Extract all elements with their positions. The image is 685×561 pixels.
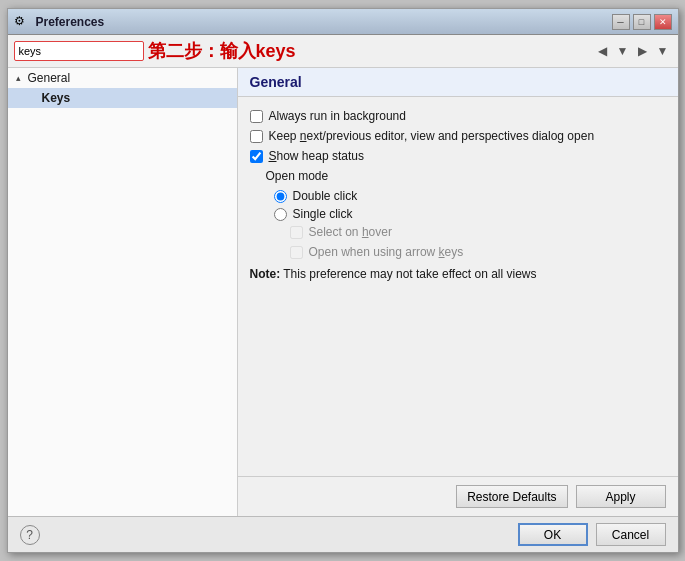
- keep-next-checkbox[interactable]: [250, 130, 263, 143]
- sidebar-item-keys[interactable]: Keys: [8, 88, 237, 108]
- double-click-label: Double click: [293, 189, 358, 203]
- keep-next-label: Keep next/previous editor, view and pers…: [269, 129, 595, 143]
- close-button[interactable]: ✕: [654, 14, 672, 30]
- preferences-window: ⚙ Preferences ─ □ ✕ 第二步：输入keys ◀ ▼ ▶ ▼ ▴…: [7, 8, 679, 553]
- triangle-icon: ▴: [16, 73, 26, 83]
- pref-header: General: [238, 68, 678, 97]
- nav-forward-button[interactable]: ▶: [634, 42, 652, 60]
- note-text: Note: This preference may not take effec…: [250, 267, 666, 281]
- keep-next-option: Keep next/previous editor, view and pers…: [250, 129, 666, 143]
- open-mode-label: Open mode: [266, 169, 666, 183]
- sidebar-item-general[interactable]: ▴ General: [8, 68, 237, 88]
- minimize-button[interactable]: ─: [612, 14, 630, 30]
- open-arrow-option: Open when using arrow keys: [290, 245, 666, 259]
- select-hover-label: Select on hover: [309, 225, 392, 239]
- nav-dropdown-button[interactable]: ▼: [614, 42, 632, 60]
- apply-button[interactable]: Apply: [576, 485, 666, 508]
- open-mode-group: Open mode Double click Single click: [266, 169, 666, 259]
- nav-back-button[interactable]: ◀: [594, 42, 612, 60]
- pref-panel: General Always run in background Keep ne…: [238, 68, 678, 516]
- annotation-text: 第二步：输入keys: [148, 39, 296, 63]
- single-click-radio[interactable]: [274, 208, 287, 221]
- maximize-button[interactable]: □: [633, 14, 651, 30]
- title-bar-controls: ─ □ ✕: [612, 14, 672, 30]
- help-button[interactable]: ?: [20, 525, 40, 545]
- open-arrow-label: Open when using arrow keys: [309, 245, 464, 259]
- always-run-checkbox[interactable]: [250, 110, 263, 123]
- note-bold: Note:: [250, 267, 281, 281]
- nav-controls: ◀ ▼ ▶ ▼: [594, 42, 672, 60]
- always-run-label: Always run in background: [269, 109, 406, 123]
- single-click-option: Single click: [274, 207, 666, 221]
- bottom-buttons: Restore Defaults Apply: [238, 476, 678, 516]
- sidebar: ▴ General Keys: [8, 68, 238, 516]
- note-body: This preference may not take effect on a…: [280, 267, 536, 281]
- dialog-footer: ? OK Cancel: [8, 516, 678, 552]
- pref-title: General: [250, 74, 302, 90]
- title-bar: ⚙ Preferences ─ □ ✕: [8, 9, 678, 35]
- select-hover-option: Select on hover: [290, 225, 666, 239]
- show-heap-checkbox[interactable]: [250, 150, 263, 163]
- window-icon: ⚙: [14, 14, 30, 30]
- pref-body: Always run in background Keep next/previ…: [238, 97, 678, 476]
- window-title: Preferences: [36, 15, 612, 29]
- open-arrow-checkbox[interactable]: [290, 246, 303, 259]
- double-click-option: Double click: [274, 189, 666, 203]
- double-click-radio[interactable]: [274, 190, 287, 203]
- show-heap-option: Show heap status: [250, 149, 666, 163]
- restore-defaults-button[interactable]: Restore Defaults: [456, 485, 567, 508]
- cancel-button[interactable]: Cancel: [596, 523, 666, 546]
- show-heap-label: Show heap status: [269, 149, 364, 163]
- main-content: ▴ General Keys General Always run in bac…: [8, 68, 678, 516]
- search-input[interactable]: [14, 41, 144, 61]
- always-run-option: Always run in background: [250, 109, 666, 123]
- sub-options-group: Select on hover Open when using arrow ke…: [290, 225, 666, 259]
- nav-dropdown2-button[interactable]: ▼: [654, 42, 672, 60]
- footer-buttons: OK Cancel: [518, 523, 666, 546]
- toolbar: 第二步：输入keys ◀ ▼ ▶ ▼: [8, 35, 678, 68]
- select-hover-checkbox[interactable]: [290, 226, 303, 239]
- single-click-label: Single click: [293, 207, 353, 221]
- ok-button[interactable]: OK: [518, 523, 588, 546]
